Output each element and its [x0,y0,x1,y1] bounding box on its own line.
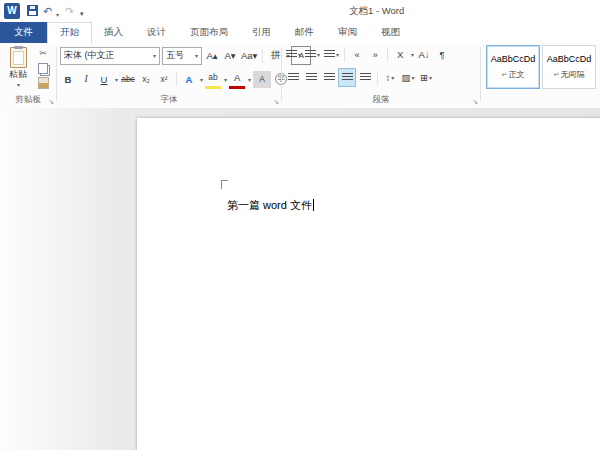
multilevel-dropdown-icon[interactable]: ▾ [336,51,339,58]
font-size-combo[interactable]: 五号 ▾ [162,47,202,65]
subscript-icon[interactable]: x₂ [138,71,154,88]
style-preview: AaBbCcDd [543,54,595,64]
align-right-icon[interactable] [321,69,337,86]
undo-dropdown-icon[interactable]: ▾ [56,7,59,23]
borders-icon[interactable]: ⊞▾ [418,69,434,86]
tab-page-layout[interactable]: 页面布局 [178,22,240,43]
redo-icon[interactable]: ↷ [65,3,74,19]
borders-dropdown-icon[interactable]: ▾ [429,74,432,81]
tab-home[interactable]: 开始 [47,22,92,44]
save-icon[interactable] [27,5,38,16]
line-spacing-dropdown-icon[interactable]: ▾ [391,74,394,81]
font-name-combo[interactable]: 宋体 (中文正 ▾ [60,47,160,65]
style-no-spacing[interactable]: AaBbCcDd ↵无间隔 [542,45,596,89]
shading-icon[interactable]: ▨▾ [400,69,416,86]
underline-dropdown-icon[interactable]: ▾ [115,76,118,83]
bullets-glyph [286,50,297,59]
justify-glyph [342,73,353,82]
tab-insert[interactable]: 插入 [92,22,135,43]
multilevel-list-icon[interactable]: ▾ [323,46,340,63]
asian-layout-icon[interactable]: X [392,46,408,63]
tab-review[interactable]: 审阅 [326,22,369,43]
paragraph-indent-mark [221,180,228,189]
italic-icon[interactable]: I [78,71,94,88]
bold-icon[interactable]: B [60,71,76,88]
distribute-icon[interactable] [357,69,373,86]
show-hide-marks-icon[interactable]: ¶ [434,46,450,63]
ribbon-tab-bar: 文件 开始 插入 设计 页面布局 引用 邮件 审阅 视图 [0,22,600,44]
style-name: ↵正文 [487,69,539,80]
sort-icon[interactable]: A↓ [416,46,432,63]
font-color-icon[interactable]: A [229,69,245,89]
align-center-icon[interactable] [303,69,319,86]
font-group: 宋体 (中文正 ▾ 五号 ▾ A▴ A▾ Aa▾ 拼 ▾ A B I U ▾ [57,43,281,108]
increase-indent-icon[interactable]: » [367,46,383,63]
tab-design[interactable]: 设计 [135,22,178,43]
justify-icon[interactable] [339,69,355,86]
change-case-icon[interactable]: Aa▾ [240,47,258,64]
undo-icon[interactable]: ↶ [43,3,52,19]
asian-layout-dropdown-icon[interactable]: ▾ [411,51,414,58]
style-normal[interactable]: AaBbCcDd ↵正文 [486,45,540,89]
document-text-content: 第一篇 word 文件 [227,199,312,211]
multilevel-glyph [324,50,335,59]
paragraph-style-mark-icon: ↵ [502,71,508,78]
text-cursor [313,199,314,211]
borders-glyph: ⊞ [420,72,428,83]
underline-icon[interactable]: U [96,71,112,88]
numbering-dropdown-icon[interactable]: ▾ [317,51,320,58]
text-effects-icon[interactable]: A [181,71,197,88]
tab-view[interactable]: 视图 [369,22,412,43]
bullets-dropdown-icon[interactable]: ▾ [298,51,301,58]
document-page[interactable]: 第一篇 word 文件 [137,118,600,450]
superscript-icon[interactable]: x² [156,71,172,88]
grow-font-icon[interactable]: A▴ [204,47,220,64]
font-group-label: 字体 [57,94,281,106]
align-left-icon[interactable] [285,69,301,86]
title-bar: W ↶ ▾ ↷ ▾ 文档1 - Word [0,0,600,22]
tab-mailings[interactable]: 邮件 [283,22,326,43]
paragraph-style-mark-icon: ↵ [554,71,560,78]
word-app-icon[interactable]: W [4,3,20,19]
shading-dropdown-icon[interactable]: ▾ [411,74,414,81]
format-painter-glyph [38,77,49,89]
decrease-indent-icon[interactable]: « [349,46,365,63]
paragraph-row-2: ↕▾ ▨▾ ⊞▾ [285,69,434,86]
paste-button[interactable]: 粘贴 ▾ [4,46,32,92]
font-name-dropdown-icon[interactable]: ▾ [153,52,156,59]
paste-dropdown-icon[interactable]: ▾ [17,81,20,88]
window-title: 文档1 - Word [349,5,404,18]
quick-access-customize-icon[interactable]: ▾ [80,6,84,22]
font-size-value: 五号 [166,49,184,62]
tab-file[interactable]: 文件 [0,22,47,43]
distribute-glyph [360,73,371,82]
paragraph-group: ▾ ▾ ▾ « » X ▾ A↓ ¶ ↕▾ ▨▾ ⊞ [282,43,480,108]
style-preview: AaBbCcDd [487,54,539,64]
font-dialog-launcher-icon[interactable]: ↘ [273,98,279,105]
cut-icon[interactable]: ✂ [36,47,50,59]
clipboard-dialog-launcher-icon[interactable]: ↘ [48,98,54,105]
bullets-icon[interactable]: ▾ [285,46,302,63]
tab-references[interactable]: 引用 [240,22,283,43]
separator [344,48,345,62]
line-spacing-icon[interactable]: ↕▾ [382,69,398,86]
paragraph-dialog-launcher-icon[interactable]: ↘ [472,98,478,105]
document-text[interactable]: 第一篇 word 文件 [227,198,314,213]
clipboard-group: 粘贴 ▾ ✂ 剪贴板 ↘ [0,43,56,108]
format-painter-icon[interactable] [36,77,50,89]
align-center-glyph [306,73,317,82]
character-shading-icon[interactable]: A [253,71,271,88]
text-effects-dropdown-icon[interactable]: ▾ [200,76,203,83]
copy-icon[interactable] [36,62,50,74]
shrink-font-icon[interactable]: A▾ [222,47,238,64]
font-size-dropdown-icon[interactable]: ▾ [195,52,198,59]
numbering-icon[interactable]: ▾ [304,46,321,63]
strikethrough-icon[interactable]: abc [120,71,136,88]
paste-clipboard-icon [10,47,27,68]
highlight-color-icon[interactable]: ab [205,69,221,89]
highlight-dropdown-icon[interactable]: ▾ [224,76,227,83]
font-color-dropdown-icon[interactable]: ▾ [248,76,251,83]
line-spacing-glyph: ↕ [386,72,391,83]
font-row-2: B I U ▾ abc x₂ x² A ▾ ab ▾ A ▾ A 字 [60,69,289,89]
ribbon: 粘贴 ▾ ✂ 剪贴板 ↘ 宋体 (中文正 ▾ 五号 ▾ [0,43,600,109]
